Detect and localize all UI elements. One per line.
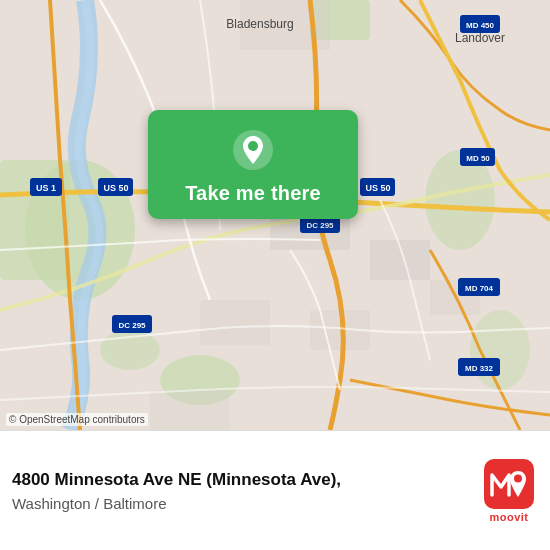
- map-container: US 1 US 50 US 50 DC 295 DC 295 MD 450 MD…: [0, 0, 550, 430]
- svg-text:DC 295: DC 295: [306, 221, 334, 230]
- location-pin-icon: [231, 128, 275, 172]
- svg-point-38: [514, 474, 522, 482]
- svg-rect-13: [150, 390, 230, 430]
- svg-text:DC 295: DC 295: [118, 321, 146, 330]
- app: US 1 US 50 US 50 DC 295 DC 295 MD 450 MD…: [0, 0, 550, 550]
- svg-text:MD 332: MD 332: [465, 364, 494, 373]
- svg-text:Bladensburg: Bladensburg: [226, 17, 293, 31]
- svg-point-36: [248, 141, 258, 151]
- svg-text:MD 450: MD 450: [466, 21, 495, 30]
- svg-text:MD 704: MD 704: [465, 284, 494, 293]
- moovit-icon: [484, 459, 534, 509]
- bottom-bar: 4800 Minnesota Ave NE (Minnesota Ave), W…: [0, 430, 550, 550]
- address-line1: 4800 Minnesota Ave NE (Minnesota Ave),: [12, 469, 341, 491]
- svg-text:Landover: Landover: [455, 31, 505, 45]
- take-me-button[interactable]: Take me there: [148, 110, 358, 219]
- address-line2: Washington / Baltimore: [12, 495, 341, 512]
- svg-text:US 50: US 50: [103, 183, 128, 193]
- svg-rect-11: [200, 300, 270, 345]
- address-block: 4800 Minnesota Ave NE (Minnesota Ave), W…: [12, 469, 341, 511]
- moovit-text: moovit: [489, 511, 528, 523]
- map-attribution: © OpenStreetMap contributors: [6, 413, 148, 426]
- svg-text:MD 50: MD 50: [466, 154, 490, 163]
- take-me-label: Take me there: [185, 182, 321, 205]
- svg-text:US 50: US 50: [365, 183, 390, 193]
- moovit-logo[interactable]: moovit: [484, 459, 534, 523]
- svg-text:US 1: US 1: [36, 183, 56, 193]
